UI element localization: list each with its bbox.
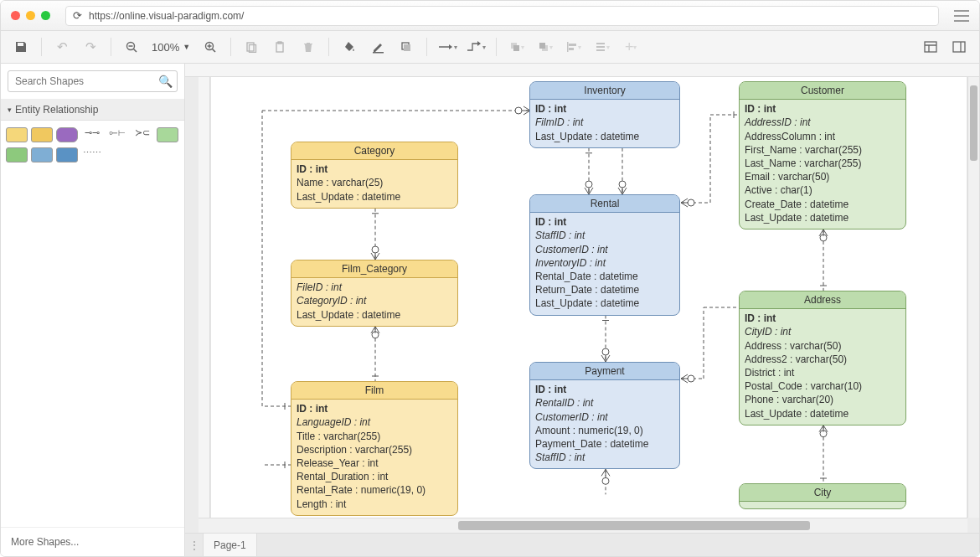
svg-rect-7 [247,43,254,51]
diagram-canvas[interactable]: CategoryID : intName : varchar(25)Last_U… [210,77,967,518]
entity-payment[interactable]: PaymentID : intRentalID : intCustomerID … [529,362,680,469]
svg-rect-21 [569,48,574,50]
entity-column: CityID : int [745,325,900,338]
add-button[interactable]: +▾ [619,35,642,59]
copy-button[interactable] [240,35,263,59]
entity-column: Name : varchar(25) [297,176,452,189]
distribute-button[interactable]: ▾ [591,35,614,59]
shape-entity-4[interactable] [157,127,178,142]
shadow-button[interactable] [395,35,418,59]
entity-column: Rental_Date : datetime [535,270,674,283]
entity-column: ID : int [297,402,452,415]
entity-body: ID : intAddressID : intAddressColumn : i… [740,100,905,229]
entity-film[interactable]: FilmID : intLanguageID : intTitle : varc… [291,381,458,516]
delete-button[interactable] [297,35,320,59]
svg-rect-9 [276,43,283,52]
shape-conn-2[interactable]: ⟜⊢ [106,127,128,142]
collapse-icon: ▾ [8,106,12,114]
panel-header[interactable]: ▾ Entity Relationship [1,100,184,121]
search-icon[interactable]: 🔍 [158,75,173,88]
entity-header: Inventory [530,82,679,100]
entity-column: Description : varchar(255) [297,443,452,456]
zoom-out-button[interactable] [120,35,143,59]
panel-title: Entity Relationship [15,104,98,116]
url-bar[interactable]: ⟳ https://online.visual-paradigm.com/ [65,6,939,26]
titlebar: ⟳ https://online.visual-paradigm.com/ [1,1,979,31]
entity-inventory[interactable]: InventoryID : intFilmID : intLast_Update… [529,81,680,148]
entity-column: ID : int [297,162,452,176]
toolbar: ↶ ↷ 100%▼ ▾ ▾ ▾ ▾ ▾ ▾ +▾ [1,31,979,63]
shape-entity-7[interactable] [56,147,78,162]
shape-conn-4[interactable]: ⋯⋯ [81,147,103,162]
shape-palette: ⊸⊸ ⟜⊢ ≻⊂ ⋯⋯ [1,121,184,169]
entity-body: ID : intStaffID : intCustomerID : intInv… [530,213,679,314]
paste-button[interactable] [268,35,291,59]
entity-city[interactable]: City [739,483,906,509]
line-start-button[interactable]: ▾ [436,35,459,59]
svg-rect-16 [513,45,519,51]
entity-column: AddressColumn : int [745,130,900,143]
entity-column: Release_Year : int [297,456,452,470]
undo-button[interactable]: ↶ [50,35,74,59]
entity-column: Last_Update : datetime [745,407,900,420]
entity-column: FilmID : int [535,116,674,129]
stroke-button[interactable] [366,35,389,59]
entity-column: CategoryID : int [297,294,452,307]
more-shapes-button[interactable]: More Shapes... [1,527,184,556]
entity-header: City [740,484,905,502]
svg-rect-28 [953,42,965,52]
line-path-button[interactable]: ▾ [464,35,487,59]
entity-rental[interactable]: RentalID : intStaffID : intCustomerID : … [529,194,680,316]
entity-column: Create_Date : datetime [745,198,900,211]
window-controls[interactable] [11,11,50,20]
zoom-level[interactable]: 100%▼ [148,41,193,54]
entity-column: CustomerID : int [535,410,674,424]
entity-address[interactable]: AddressID : intCityID : intAddress : var… [739,291,906,425]
shape-entity-2[interactable] [31,127,53,142]
page-tab[interactable]: Page-1 [204,534,257,556]
format-panel-button[interactable] [947,35,971,59]
svg-point-32 [515,107,522,114]
svg-point-37 [820,235,827,241]
entity-category[interactable]: CategoryID : intName : varchar(25)Last_U… [291,142,458,209]
entity-column: Amount : numeric(19, 0) [535,424,674,437]
entity-column: Last_Update : datetime [297,308,452,322]
shape-entity-6[interactable] [31,147,53,162]
to-front-button[interactable]: ▾ [505,35,529,59]
entity-column: First_Name : varchar(255) [745,143,900,157]
svg-rect-19 [567,42,569,52]
entity-customer[interactable]: CustomerID : intAddressID : intAddressCo… [739,81,906,230]
svg-point-35 [688,199,694,206]
outline-panel-button[interactable] [919,35,942,59]
entity-column: Email : varchar(50) [745,170,900,183]
svg-point-39 [688,375,694,382]
ruler-horizontal [185,64,979,77]
shape-conn-1[interactable]: ⊸⊸ [81,127,103,142]
shape-entity-1[interactable] [6,127,28,142]
fill-button[interactable] [338,35,361,59]
search-input[interactable] [8,70,178,92]
shape-entity-3[interactable] [56,127,78,142]
entity-film_category[interactable]: Film_CategoryFileID : intCategoryID : in… [291,260,458,327]
svg-point-40 [602,477,609,484]
scrollbar-vertical[interactable] [967,77,979,518]
redo-button[interactable]: ↷ [79,35,102,59]
entity-column: Last_Update : datetime [745,211,900,224]
to-back-button[interactable]: ▾ [534,35,557,59]
entity-header: Customer [740,82,905,100]
entity-column: StaffID : int [535,229,674,242]
align-button[interactable]: ▾ [562,35,585,59]
tab-grip-icon[interactable]: ⋮ [185,534,204,556]
entity-column: RentalID : int [535,396,674,410]
zoom-in-button[interactable] [199,35,222,59]
shape-conn-3[interactable]: ≻⊂ [132,127,153,142]
hamburger-icon[interactable] [954,10,969,22]
refresh-icon[interactable]: ⟳ [73,9,82,22]
entity-column: Phone : varchar(20) [745,393,900,406]
sidebar: 🔍 ▾ Entity Relationship ⊸⊸ ⟜⊢ ≻⊂ ⋯⋯ More… [1,64,185,556]
entity-column: Last_Update : datetime [535,130,674,143]
save-button[interactable] [9,35,33,59]
svg-rect-24 [596,49,605,51]
shape-entity-5[interactable] [6,147,28,162]
scrollbar-horizontal[interactable] [199,518,967,533]
